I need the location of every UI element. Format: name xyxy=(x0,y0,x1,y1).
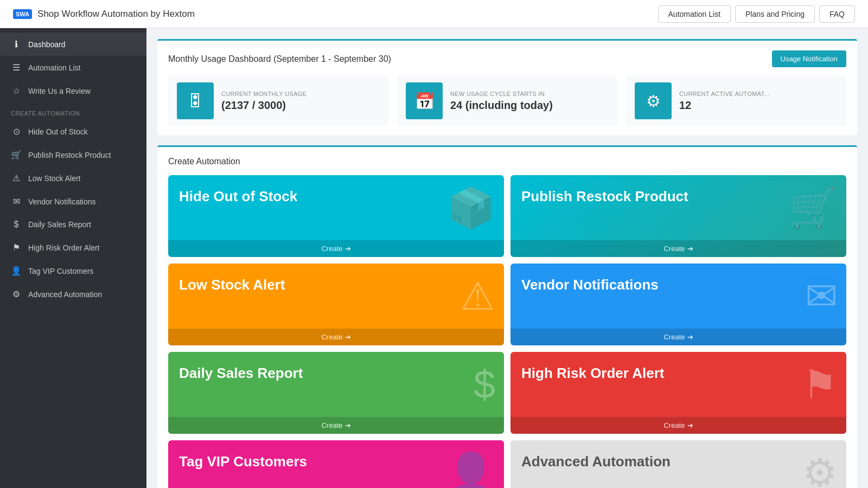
sidebar-item-high-risk-order[interactable]: ⚑ High Risk Order Alert xyxy=(0,236,146,259)
faq-button[interactable]: FAQ xyxy=(819,5,855,23)
automation-card-title-advanced: Advanced Automation xyxy=(521,453,671,470)
box-icon: 📦 xyxy=(446,185,495,231)
content-area: Monthly Usage Dashboard (September 1 - S… xyxy=(146,28,868,488)
create-label-vendor: Create xyxy=(663,333,685,341)
sidebar-item-tag-vip[interactable]: 👤 Tag VIP Customers xyxy=(0,259,146,282)
automation-card-high-risk[interactable]: High Risk Order Alert ⚑ Create ➔ xyxy=(510,352,846,434)
logo-badge: SWA xyxy=(13,9,32,19)
stat-monthly-usage: 🎛 CURRENT MONTHLY USAGE (2137 / 3000) xyxy=(168,76,388,126)
active-automations-value: 12 xyxy=(679,99,769,112)
automation-card-title-tagvip: Tag VIP Customers xyxy=(179,453,307,470)
create-label-lowstock: Create xyxy=(321,333,342,341)
star-icon: ☆ xyxy=(11,86,22,96)
create-label-highrisk: Create xyxy=(663,421,685,429)
gear-icon: ⚙ xyxy=(11,289,22,299)
user-icon: 👤 xyxy=(11,266,22,276)
sidebar-label-automation-list: Automation List xyxy=(28,63,81,72)
arrow-icon-highrisk: ➔ xyxy=(687,421,693,429)
sidebar-label-low-stock-alert: Low Stock Alert xyxy=(28,174,81,183)
monthly-usage-label: CURRENT MONTHLY USAGE xyxy=(221,91,307,97)
automation-card-tag-vip[interactable]: Tag VIP Customers 👤 Create ➔ xyxy=(168,440,504,488)
cart-icon: 🛒 xyxy=(11,150,22,160)
automation-card-title-publish: Publish Restock Product xyxy=(521,188,688,205)
sidebar-item-automation-list[interactable]: ☰ Automation List xyxy=(0,56,146,79)
cart-bg-icon: 🛒 xyxy=(789,185,838,231)
automation-card-footer-hide[interactable]: Create ➔ xyxy=(168,240,504,257)
usage-stats: 🎛 CURRENT MONTHLY USAGE (2137 / 3000) 📅 … xyxy=(168,76,846,126)
sidebar-item-write-review[interactable]: ☆ Write Us a Review xyxy=(0,79,146,102)
dollar-bg-icon: $ xyxy=(474,362,495,407)
calendar-icon: 📅 xyxy=(414,92,435,111)
plans-pricing-button[interactable]: Plans and Pricing xyxy=(735,5,815,23)
sidebar-label-hide-out-of-stock: Hide Out of Stock xyxy=(28,127,88,136)
sidebar-label-dashboard: Dashboard xyxy=(28,40,66,49)
automation-card-body-tagvip: Tag VIP Customers 👤 xyxy=(168,440,504,488)
usage-dashboard-title: Monthly Usage Dashboard (September 1 - S… xyxy=(168,54,391,64)
automation-card-title-vendor: Vendor Notifications xyxy=(521,277,659,293)
sidebar-item-daily-sales-report[interactable]: $ Daily Sales Report xyxy=(0,213,146,236)
arrow-icon-publish: ➔ xyxy=(687,245,693,253)
sidebar-section-create-automation: CREATE AUTOMATION xyxy=(0,102,146,120)
automation-card-vendor[interactable]: Vendor Notifications ✉ Create ➔ xyxy=(510,264,846,345)
sidebar-item-publish-restock[interactable]: 🛒 Publish Restock Product xyxy=(0,143,146,166)
automation-card-body-advanced: Advanced Automation ⚙ xyxy=(510,440,846,488)
new-cycle-icon-box: 📅 xyxy=(406,82,443,119)
automation-card-footer-highrisk[interactable]: Create ➔ xyxy=(510,417,846,434)
logo-area: SWA Shop Workflow Automation by Hextom xyxy=(13,9,658,20)
monthly-usage-icon-box: 🎛 xyxy=(177,82,214,119)
automation-card-body-lowstock: Low Stock Alert ⚠ xyxy=(168,264,504,329)
sidebar-item-dashboard[interactable]: ℹ Dashboard xyxy=(0,33,146,56)
automation-card-footer-vendor[interactable]: Create ➔ xyxy=(510,329,846,345)
info-icon: ℹ xyxy=(11,39,22,49)
create-automation-title: Create Automation xyxy=(168,157,846,166)
automation-card-footer-publish[interactable]: Create ➔ xyxy=(510,240,846,257)
new-cycle-value: 24 (including today) xyxy=(450,99,553,112)
monthly-usage-value: (2137 / 3000) xyxy=(221,99,307,112)
automation-card-footer-daily[interactable]: Create ➔ xyxy=(168,417,504,434)
warning-icon: ⚠ xyxy=(11,173,22,183)
stat-new-cycle-text: NEW USAGE CYCLE STARTS IN 24 (including … xyxy=(450,91,553,112)
automation-cards-grid: Hide Out of Stock 📦 Create ➔ Publish Res… xyxy=(168,175,846,488)
automation-card-body-highrisk: High Risk Order Alert ⚑ xyxy=(510,352,846,417)
automation-list-button[interactable]: Automation List xyxy=(658,5,731,23)
automation-card-footer-lowstock[interactable]: Create ➔ xyxy=(168,329,504,345)
dollar-icon: $ xyxy=(11,220,22,229)
gear-bg-icon: ⚙ xyxy=(802,450,838,488)
automation-card-body-daily: Daily Sales Report $ xyxy=(168,352,504,417)
active-automations-icon-box: ⚙ xyxy=(635,82,672,119)
sidebar-label-publish-restock: Publish Restock Product xyxy=(28,151,111,159)
automation-card-hide-out-of-stock[interactable]: Hide Out of Stock 📦 Create ➔ xyxy=(168,175,504,257)
sidebar-item-advanced-automation[interactable]: ⚙ Advanced Automation xyxy=(0,282,146,306)
stat-active-automations: ⚙ CURRENT ACTIVE AUTOMAT... 12 xyxy=(626,76,846,126)
usage-header: Monthly Usage Dashboard (September 1 - S… xyxy=(168,50,846,67)
arrow-icon-vendor: ➔ xyxy=(687,333,693,341)
sidebar-label-high-risk-order: High Risk Order Alert xyxy=(28,243,99,252)
automation-card-daily-sales[interactable]: Daily Sales Report $ Create ➔ xyxy=(168,352,504,434)
user-bg-icon: 👤 xyxy=(446,450,495,489)
eye-icon: ⊙ xyxy=(11,126,22,137)
active-automations-label: CURRENT ACTIVE AUTOMAT... xyxy=(679,91,769,97)
sidebar-label-write-review: Write Us a Review xyxy=(28,87,91,95)
sidebar-item-vendor-notifications[interactable]: ✉ Vendor Notifications xyxy=(0,190,146,213)
mail-bg-icon: ✉ xyxy=(805,273,838,319)
stat-new-cycle: 📅 NEW USAGE CYCLE STARTS IN 24 (includin… xyxy=(397,76,617,126)
automation-card-title-highrisk: High Risk Order Alert xyxy=(521,365,664,382)
usage-dashboard-card: Monthly Usage Dashboard (September 1 - S… xyxy=(157,39,857,136)
sidebar-item-low-stock-alert[interactable]: ⚠ Low Stock Alert xyxy=(0,166,146,190)
sidebar-label-advanced-automation: Advanced Automation xyxy=(28,290,102,299)
create-label-daily: Create xyxy=(321,421,342,429)
header-buttons: Automation List Plans and Pricing FAQ xyxy=(658,5,855,23)
sidebar-item-hide-out-of-stock[interactable]: ⊙ Hide Out of Stock xyxy=(0,120,146,143)
usage-notification-button[interactable]: Usage Notification xyxy=(772,50,847,67)
automation-card-low-stock[interactable]: Low Stock Alert ⚠ Create ➔ xyxy=(168,264,504,345)
automation-card-advanced[interactable]: Advanced Automation ⚙ Create ➔ xyxy=(510,440,846,488)
arrow-icon-daily: ➔ xyxy=(345,421,351,429)
sidebar-label-tag-vip: Tag VIP Customers xyxy=(28,267,93,275)
arrow-icon-hide: ➔ xyxy=(345,245,351,253)
create-label-hide: Create xyxy=(321,245,342,253)
warning-bg-icon: ⚠ xyxy=(460,273,495,319)
automation-card-title-hide: Hide Out of Stock xyxy=(179,188,297,205)
list-icon: ☰ xyxy=(11,62,22,73)
new-cycle-label: NEW USAGE CYCLE STARTS IN xyxy=(450,91,553,97)
automation-card-publish-restock[interactable]: Publish Restock Product 🛒 Create ➔ xyxy=(510,175,846,257)
